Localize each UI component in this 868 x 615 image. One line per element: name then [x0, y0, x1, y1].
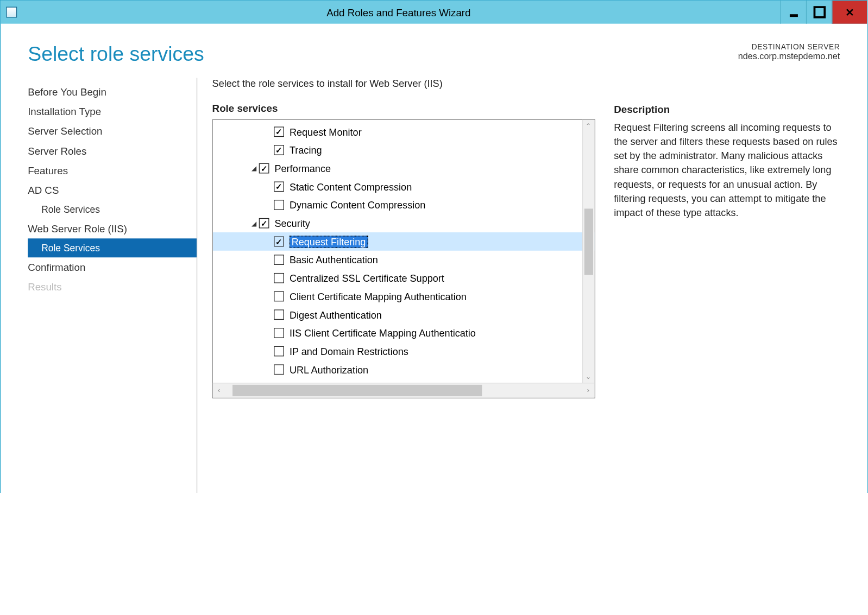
nav-item[interactable]: Role Services: [28, 200, 197, 219]
tree-item-label: Dynamic Content Compression: [290, 200, 425, 211]
nav-item[interactable]: Server Roles: [28, 141, 197, 161]
nav-item: Results: [28, 277, 197, 296]
vertical-scrollbar[interactable]: ⌃ ⌄: [582, 120, 594, 383]
tree-row[interactable]: Dynamic Content Compression: [213, 196, 594, 214]
checkbox[interactable]: [274, 237, 284, 247]
nav-item[interactable]: Server Selection: [28, 121, 197, 141]
instruction-text: Select the role services to install for …: [212, 78, 595, 89]
minimize-button[interactable]: [780, 1, 806, 23]
tree-viewport[interactable]: Request MonitorTracing◢PerformanceStatic…: [213, 120, 594, 383]
checkbox[interactable]: [274, 328, 284, 338]
vscroll-thumb[interactable]: [584, 208, 593, 275]
tree-row[interactable]: URL Authorization: [213, 360, 594, 379]
hscroll-track[interactable]: [225, 383, 582, 397]
close-button[interactable]: [832, 1, 867, 23]
role-services-column: Select the role services to install for …: [212, 78, 595, 493]
destination-label: DESTINATION SERVER: [738, 43, 840, 51]
wizard-body: Select role services DESTINATION SERVER …: [1, 24, 867, 493]
checkbox[interactable]: [274, 291, 284, 302]
tree-item-label: Request Monitor: [290, 126, 362, 137]
hscroll-thumb[interactable]: [232, 385, 482, 396]
tree-row[interactable]: Basic Authentication: [213, 251, 594, 269]
caret-open-icon[interactable]: ◢: [249, 164, 259, 172]
app-icon: [6, 7, 17, 17]
tree-item-label: IP and Domain Restrictions: [290, 346, 408, 357]
main-area: Before You BeginInstallation TypeServer …: [1, 78, 867, 493]
description-label: Description: [614, 104, 840, 115]
checkbox[interactable]: [259, 163, 269, 174]
checkbox[interactable]: [274, 145, 284, 155]
vscroll-track[interactable]: [583, 132, 594, 370]
role-services-label: Role services: [212, 102, 595, 113]
description-text: Request Filtering screens all incoming r…: [614, 121, 840, 220]
window-title: Add Roles and Features Wizard: [17, 7, 780, 18]
caret-open-icon[interactable]: ◢: [249, 219, 259, 227]
window-controls: [780, 1, 867, 23]
checkbox[interactable]: [274, 346, 284, 357]
tree-item-label: Request Filtering: [290, 236, 368, 248]
nav-item[interactable]: Installation Type: [28, 102, 197, 121]
checkbox[interactable]: [259, 218, 269, 229]
tree-row[interactable]: Static Content Compression: [213, 177, 594, 196]
nav-item[interactable]: Before You Begin: [28, 82, 197, 102]
tree-item-label: Performance: [274, 163, 331, 174]
tree-item-label: Static Content Compression: [290, 181, 412, 192]
tree-item-label: URL Authorization: [290, 364, 368, 375]
checkbox[interactable]: [274, 255, 284, 265]
tree-row[interactable]: Centralized SSL Certificate Support: [213, 269, 594, 287]
tree-row[interactable]: Windows Authentication: [213, 379, 594, 383]
page-title: Select role services: [28, 43, 204, 66]
checkbox[interactable]: [274, 200, 284, 210]
checkbox[interactable]: [274, 126, 284, 137]
tree-item-label: IIS Client Certificate Mapping Authentic…: [290, 327, 476, 338]
tree-row[interactable]: Request Filtering: [213, 232, 594, 251]
maximize-button[interactable]: [806, 1, 832, 23]
tree-row[interactable]: Tracing: [213, 141, 594, 160]
tree-item-label: Security: [274, 218, 310, 229]
checkbox[interactable]: [274, 181, 284, 192]
tree-item-label: Client Certificate Mapping Authenticatio…: [290, 291, 467, 302]
scroll-right-icon[interactable]: ›: [582, 383, 594, 397]
horizontal-scrollbar[interactable]: ‹ ›: [213, 383, 594, 397]
content-area: Select the role services to install for …: [197, 78, 840, 493]
tree-row[interactable]: ◢Security: [213, 214, 594, 232]
tree-item-label: Windows Authentication: [290, 382, 394, 383]
scroll-up-icon[interactable]: ⌃: [583, 120, 594, 132]
wizard-window: Add Roles and Features Wizard Select rol…: [0, 0, 867, 493]
nav-item[interactable]: Confirmation: [28, 257, 197, 277]
nav-item[interactable]: Features: [28, 161, 197, 180]
tree-item-label: Centralized SSL Certificate Support: [290, 272, 444, 283]
scroll-down-icon[interactable]: ⌄: [583, 371, 594, 383]
role-services-tree: Request MonitorTracing◢PerformanceStatic…: [212, 119, 595, 398]
tree-row[interactable]: Client Certificate Mapping Authenticatio…: [213, 287, 594, 306]
description-column: Description Request Filtering screens al…: [614, 78, 840, 493]
checkbox[interactable]: [274, 309, 284, 320]
tree-item-label: Digest Authentication: [290, 309, 382, 320]
tree-item-label: Tracing: [290, 144, 322, 155]
checkbox[interactable]: [274, 364, 284, 375]
tree-row[interactable]: Request Monitor: [213, 123, 594, 141]
tree-row[interactable]: ◢Performance: [213, 159, 594, 177]
tree-item-label: Basic Authentication: [290, 255, 378, 265]
destination-server: ndes.corp.mstepdemo.net: [738, 51, 840, 61]
scroll-left-icon[interactable]: ‹: [213, 383, 225, 397]
tree-row[interactable]: IP and Domain Restrictions: [213, 342, 594, 360]
header-area: Select role services DESTINATION SERVER …: [1, 24, 867, 78]
checkbox[interactable]: [274, 273, 284, 283]
titlebar: Add Roles and Features Wizard: [1, 1, 867, 23]
tree-row[interactable]: IIS Client Certificate Mapping Authentic…: [213, 324, 594, 343]
nav-item[interactable]: AD CS: [28, 180, 197, 200]
nav-item[interactable]: Role Services: [28, 238, 197, 257]
tree-row[interactable]: Digest Authentication: [213, 306, 594, 324]
destination-info: DESTINATION SERVER ndes.corp.mstepdemo.n…: [738, 43, 840, 61]
nav-item[interactable]: Web Server Role (IIS): [28, 219, 197, 238]
wizard-sidebar: Before You BeginInstallation TypeServer …: [28, 78, 197, 493]
